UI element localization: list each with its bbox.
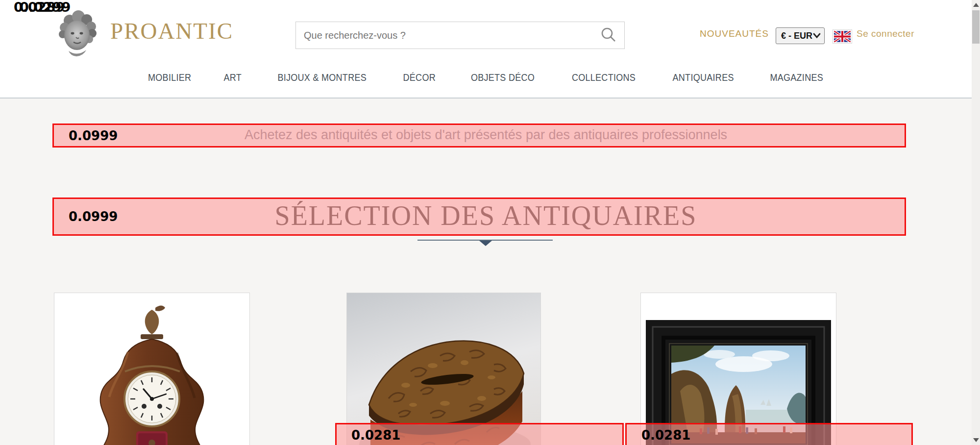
nav-item-decor[interactable]: DÉCOR <box>403 72 436 83</box>
nav-item-bijoux-montres[interactable]: BIJOUX & MONTRES <box>277 72 367 83</box>
annotation-label-topleft: 0.0299 <box>20 0 71 15</box>
product-card-painting[interactable] <box>640 293 836 445</box>
product-image-carved-box <box>347 293 540 445</box>
search-button[interactable] <box>596 25 621 46</box>
scroll-down-arrow-icon[interactable] <box>973 438 979 442</box>
annotation-box-banner: 0.0999 <box>52 124 906 148</box>
vertical-scrollbar[interactable] <box>972 0 980 445</box>
annotation-label: 0.0999 <box>69 209 118 224</box>
nav-item-objets-deco[interactable]: OBJETS DÉCO <box>470 72 534 83</box>
annotation-box-card3: 0.0281 <box>625 423 913 445</box>
search-icon <box>600 26 617 43</box>
nouveautes-link[interactable]: NOUVEAUTÉS <box>700 28 769 39</box>
site-header: PROANTIC NOUVEAUTÉS € - EUR Se connecter <box>0 0 972 99</box>
nav-item-antiquaires[interactable]: ANTIQUAIRES <box>672 72 734 83</box>
product-image-painting <box>641 293 836 445</box>
brand-logo-text[interactable]: PROANTIC <box>110 18 233 44</box>
nav-item-mobilier[interactable]: MOBILIER <box>148 72 191 83</box>
nav-item-magazines[interactable]: MAGAZINES <box>770 72 823 83</box>
triangle-down-icon <box>479 241 492 246</box>
scrollbar-thumb[interactable] <box>972 10 980 44</box>
annotation-box-card2: 0.0281 <box>335 423 624 445</box>
login-link[interactable]: Se connecter <box>857 28 914 39</box>
product-card-carved-box[interactable] <box>346 293 541 445</box>
annotation-label: 0.0281 <box>351 428 400 443</box>
annotation-label: 0.0999 <box>69 128 118 143</box>
scroll-up-arrow-icon[interactable] <box>973 3 979 7</box>
search-bar <box>295 22 625 49</box>
search-input[interactable] <box>296 22 595 49</box>
product-image-clock <box>54 293 249 445</box>
uk-flag-icon[interactable] <box>833 30 852 43</box>
nav-item-art[interactable]: ART <box>224 72 242 83</box>
sculpture-head-logo-icon[interactable] <box>55 10 100 58</box>
nav-item-collections[interactable]: COLLECTIONS <box>571 72 635 83</box>
annotation-box-section-title: 0.0999 <box>52 198 906 236</box>
currency-select[interactable]: € - EUR <box>776 27 825 44</box>
product-card-clock[interactable] <box>54 293 250 445</box>
currency-selector: € - EUR <box>776 27 825 44</box>
main-nav: MOBILIER ART BIJOUX & MONTRES DÉCOR OBJE… <box>0 72 972 83</box>
annotation-label: 0.0281 <box>641 428 690 443</box>
